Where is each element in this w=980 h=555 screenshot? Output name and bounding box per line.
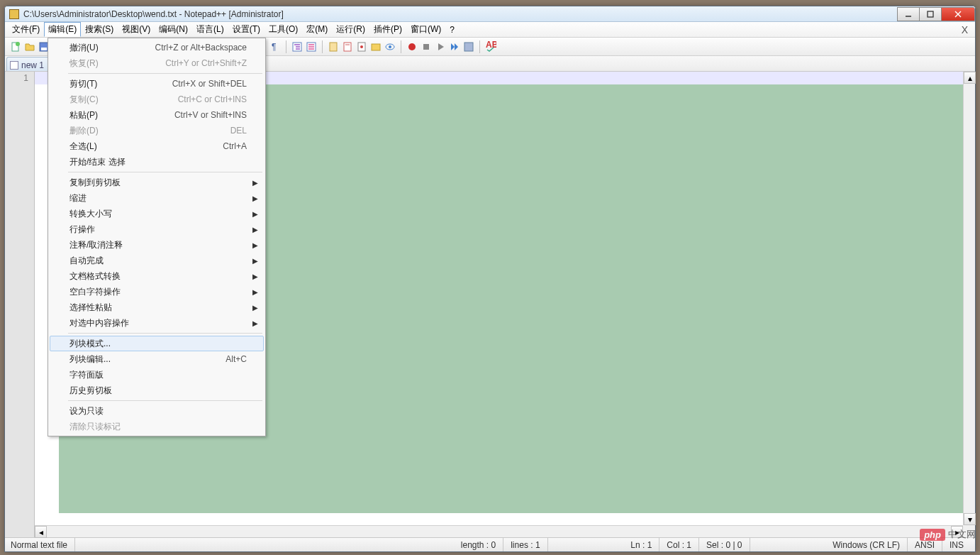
menu-item-label: 转换大小写 xyxy=(69,208,247,220)
submenu-arrow-icon: ▶ xyxy=(252,319,258,327)
menu-item[interactable]: 剪切(T)Ctrl+X or Shift+DEL xyxy=(50,76,264,92)
menu-view[interactable]: 视图(V) xyxy=(118,22,155,37)
menu-item-label: 恢复(R) xyxy=(69,57,165,70)
menu-item[interactable]: 开始/结束 选择 xyxy=(50,154,264,170)
app-icon xyxy=(9,9,19,19)
menu-item-label: 粘贴(P) xyxy=(69,109,174,121)
scroll-down-icon[interactable]: ▾ xyxy=(964,513,976,525)
menu-item-shortcut: Ctrl+Y or Ctrl+Shift+Z xyxy=(165,58,247,68)
menu-item[interactable]: 撤消(U)Ctrl+Z or Alt+Backspace xyxy=(50,40,264,55)
menu-item[interactable]: 文档格式转换▶ xyxy=(50,268,264,284)
minimize-button[interactable] xyxy=(897,7,920,21)
menu-item[interactable]: 列块模式... xyxy=(50,336,264,351)
edit-menu-dropdown: 撤消(U)Ctrl+Z or Alt+Backspace恢复(R)Ctrl+Y … xyxy=(48,38,266,436)
svg-point-5 xyxy=(16,42,20,46)
menu-edit[interactable]: 编辑(E) xyxy=(44,22,81,37)
scroll-track[interactable] xyxy=(964,84,975,513)
menu-settings[interactable]: 设置(T) xyxy=(228,22,265,37)
menu-item[interactable]: 转换大小写▶ xyxy=(50,206,264,221)
menu-item-label: 开始/结束 选择 xyxy=(69,156,247,168)
menu-item-shortcut: Ctrl+Z or Alt+Backspace xyxy=(155,43,247,53)
menu-item[interactable]: 行操作▶ xyxy=(50,221,264,237)
show-all-chars-icon[interactable]: ¶ xyxy=(269,40,282,53)
watermark: php 中文网 xyxy=(920,528,976,541)
status-col: Col : 1 xyxy=(659,538,699,551)
menu-item[interactable]: 粘贴(P)Ctrl+V or Shift+INS xyxy=(50,107,264,123)
menu-separator xyxy=(68,172,262,172)
doc-list-icon[interactable] xyxy=(341,40,354,53)
menu-item-label: 文档格式转换 xyxy=(69,270,247,282)
maximize-button[interactable] xyxy=(919,7,942,21)
user-lang-icon[interactable] xyxy=(305,40,318,53)
menu-separator xyxy=(68,73,262,74)
menu-encoding[interactable]: 编码(N) xyxy=(155,22,192,37)
stop-macro-icon[interactable] xyxy=(420,40,433,53)
menu-run[interactable]: 运行(R) xyxy=(332,22,369,37)
scroll-track[interactable] xyxy=(47,526,951,537)
app-window: C:\Users\Administrator\Desktop\wend.txt … xyxy=(4,6,976,552)
menu-file[interactable]: 文件(F) xyxy=(8,22,44,37)
func-list-icon[interactable] xyxy=(355,40,368,53)
indent-guide-icon[interactable] xyxy=(291,40,304,53)
titlebar[interactable]: C:\Users\Administrator\Desktop\wend.txt … xyxy=(5,6,975,22)
watermark-logo: php xyxy=(920,529,945,541)
menu-help[interactable]: ? xyxy=(445,23,459,36)
menu-item[interactable]: 全选(L)Ctrl+A xyxy=(50,138,264,154)
svg-rect-1 xyxy=(928,11,933,17)
menu-item[interactable]: 注释/取消注释▶ xyxy=(50,237,264,253)
menu-item-label: 全选(L) xyxy=(69,141,223,153)
svg-text:ABC: ABC xyxy=(486,41,496,50)
tab-new1[interactable]: new 1 xyxy=(6,57,50,71)
menu-item[interactable]: 设为只读 xyxy=(50,403,264,419)
play-multi-icon[interactable] xyxy=(448,40,461,53)
close-button[interactable] xyxy=(941,7,975,21)
submenu-arrow-icon: ▶ xyxy=(252,304,258,312)
spellcheck-icon[interactable]: ABC xyxy=(484,40,497,53)
toolbar-separator xyxy=(479,40,480,53)
record-macro-icon[interactable] xyxy=(406,40,418,53)
svg-rect-48 xyxy=(423,44,429,50)
save-macro-icon[interactable] xyxy=(462,40,475,53)
menu-item-shortcut: Alt+C xyxy=(225,354,247,364)
new-file-icon[interactable] xyxy=(9,40,22,53)
menu-search[interactable]: 搜索(S) xyxy=(81,22,118,37)
status-eol[interactable]: Windows (CR LF) xyxy=(825,538,908,551)
status-length: length : 0 xyxy=(454,538,503,551)
doc-map-icon[interactable] xyxy=(327,40,340,53)
menu-item[interactable]: 字符面版 xyxy=(50,367,264,383)
menu-item[interactable]: 空白字符操作▶ xyxy=(50,284,264,300)
menu-item-label: 字符面版 xyxy=(69,369,247,381)
menu-item-shortcut: Ctrl+X or Shift+DEL xyxy=(172,79,247,89)
tab-label: new 1 xyxy=(21,60,44,70)
menu-item[interactable]: 缩进▶ xyxy=(50,190,264,206)
menu-item-label: 对选中内容操作 xyxy=(69,317,247,329)
menu-item: 复制(C)Ctrl+C or Ctrl+INS xyxy=(50,92,264,107)
menu-item[interactable]: 列块编辑...Alt+C xyxy=(50,351,264,367)
open-file-icon[interactable] xyxy=(23,40,36,53)
menu-item[interactable]: 对选中内容操作▶ xyxy=(50,315,264,331)
scroll-left-icon[interactable]: ◂ xyxy=(35,526,47,538)
document-icon xyxy=(10,61,18,70)
menu-item[interactable]: 历史剪切板 xyxy=(50,383,264,398)
menu-item-label: 设为只读 xyxy=(69,405,247,417)
menu-item[interactable]: 自动完成▶ xyxy=(50,253,264,268)
menu-tools[interactable]: 工具(O) xyxy=(265,22,302,37)
menu-macro[interactable]: 宏(M) xyxy=(302,22,332,37)
document-close-x[interactable]: X xyxy=(957,24,972,35)
line-number: 1 xyxy=(5,73,28,83)
menu-item[interactable]: 复制到剪切板▶ xyxy=(50,175,264,190)
monitoring-icon[interactable] xyxy=(384,40,396,53)
menu-item[interactable]: 选择性粘贴▶ xyxy=(50,300,264,315)
status-sel: Sel : 0 | 0 xyxy=(699,538,750,551)
folder-workspace-icon[interactable] xyxy=(369,40,382,53)
scroll-up-icon[interactable]: ▴ xyxy=(964,72,976,84)
svg-text:¶: ¶ xyxy=(272,42,276,52)
vertical-scrollbar[interactable]: ▴ ▾ xyxy=(963,72,975,525)
menu-window[interactable]: 窗口(W) xyxy=(406,22,445,37)
menu-language[interactable]: 语言(L) xyxy=(192,22,228,37)
line-number-gutter: 1 xyxy=(5,72,35,537)
horizontal-scrollbar[interactable]: ◂ ▸ xyxy=(35,525,963,537)
menu-plugins[interactable]: 插件(P) xyxy=(369,22,406,37)
play-macro-icon[interactable] xyxy=(434,40,447,53)
menu-item-shortcut: Ctrl+V or Shift+INS xyxy=(174,110,247,120)
